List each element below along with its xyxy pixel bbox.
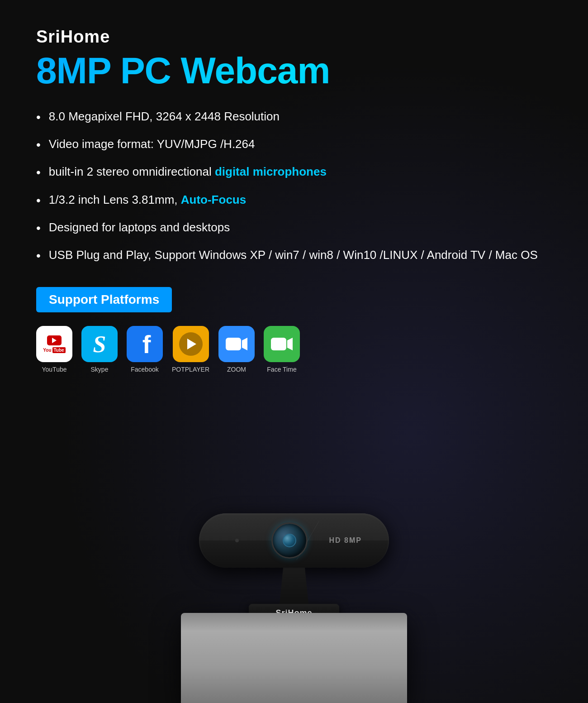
feature-item-5: Designed for laptops and desktops (36, 219, 552, 237)
product-image-area: HD 8MP SriHome (36, 387, 552, 703)
mic-left-dot (235, 539, 239, 542)
platform-item-potplayer: POTPLAYER (172, 326, 209, 373)
feature-item-2: Video image format: YUV/MJPG /H.264 (36, 136, 552, 153)
feature-item-6: USB Plug and Play, Support Windows XP / … (36, 247, 552, 264)
platform-icons-row: YouTube YouTube S Skype f Facebook (36, 326, 552, 373)
facetime-label: Face Time (267, 366, 296, 373)
features-list: 8.0 Megapixel FHD, 3264 x 2448 Resolutio… (36, 108, 552, 264)
highlight-microphones: digital microphones (215, 165, 327, 178)
skype-icon: S (81, 326, 118, 362)
zoom-label: ZOOM (227, 366, 246, 373)
platform-item-zoom: ZOOM (218, 326, 255, 373)
svg-rect-2 (271, 338, 286, 350)
support-platforms-section: Support Platforms YouTube YouTube (36, 287, 552, 373)
feature-item-1: 8.0 Megapixel FHD, 3264 x 2448 Resolutio… (36, 108, 552, 126)
facebook-icon: f (127, 326, 163, 362)
webcam-neck (276, 568, 312, 604)
svg-marker-3 (287, 338, 293, 350)
webcam-body: HD 8MP (199, 513, 389, 568)
highlight-autofocus: Auto-Focus (181, 193, 246, 206)
feature-item-3: built-in 2 stereo omnidirectional digita… (36, 163, 552, 181)
product-title: 8MP PC Webcam (36, 51, 552, 90)
feature-text-lens: 1/3.2 inch Lens 3.81mm, Auto-Focus (49, 191, 246, 208)
skype-label: Skype (91, 366, 109, 373)
pedestal (181, 613, 407, 703)
zoom-icon (218, 326, 255, 362)
brand-logo: SriHome (36, 27, 552, 47)
webcam-lens (271, 522, 308, 559)
svg-rect-0 (226, 338, 241, 350)
youtube-label: YouTube (42, 366, 66, 373)
potplayer-icon (173, 326, 209, 362)
platform-item-youtube: YouTube YouTube (36, 326, 72, 373)
feature-text-microphone: built-in 2 stereo omnidirectional digita… (49, 163, 327, 180)
feature-item-4: 1/3.2 inch Lens 3.81mm, Auto-Focus (36, 191, 552, 209)
facetime-icon (264, 326, 300, 362)
webcam-container: HD 8MP SriHome (199, 513, 389, 622)
youtube-icon: YouTube (36, 326, 72, 362)
platform-item-facetime: Face Time (264, 326, 300, 373)
potplayer-label: POTPLAYER (172, 366, 209, 373)
support-platforms-badge: Support Platforms (36, 287, 172, 312)
webcam-hd-label: HD 8MP (329, 536, 362, 545)
facebook-label: Facebook (131, 366, 158, 373)
platform-item-skype: S Skype (81, 326, 118, 373)
svg-marker-1 (242, 338, 247, 350)
platform-item-facebook: f Facebook (127, 326, 163, 373)
